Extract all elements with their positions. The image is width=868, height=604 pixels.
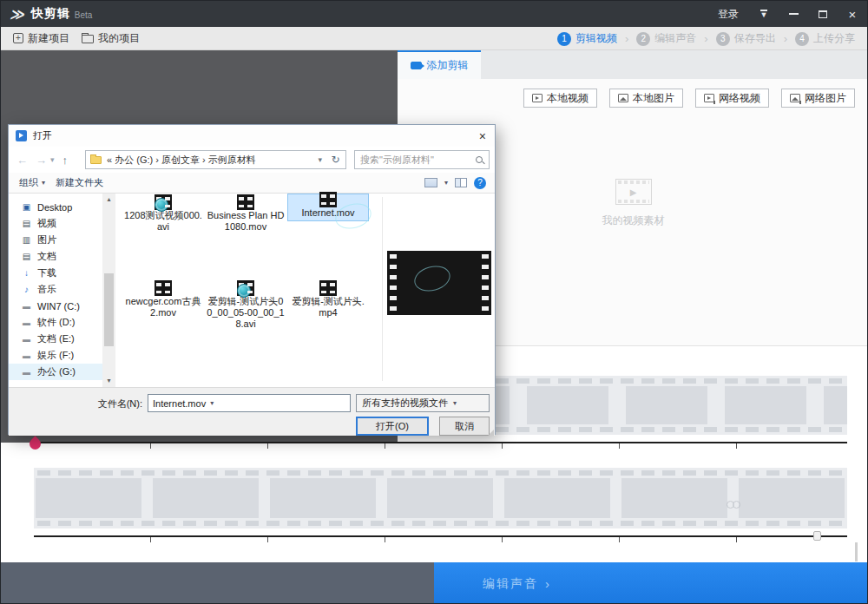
filmstrip-play-icon: ▶ [615, 179, 652, 205]
help-button[interactable]: ? [474, 177, 486, 189]
search-placeholder: 搜索"示例原材料" [360, 154, 434, 167]
sidebar-scrollbar[interactable]: ▴ ▾ [102, 194, 115, 387]
local-video-label: 本地视频 [547, 91, 589, 106]
sidebar-item-drive-d[interactable]: ▬软件 (D:) [9, 314, 102, 331]
minimize-button[interactable] [779, 1, 808, 27]
file-item[interactable]: newcger.com古典2.mov [123, 283, 203, 318]
open-button[interactable]: 打开(O) [356, 417, 429, 436]
file-item[interactable]: 爱剪辑-测试片头.mp4 [288, 283, 368, 318]
step-edit-video[interactable]: 1 剪辑视频 [557, 31, 617, 46]
breadcrumb[interactable]: « 办公 (G:) › 原创文章 › 示例原材料 [107, 154, 256, 167]
tab-add-clips[interactable]: 添加剪辑 [398, 50, 481, 79]
scroll-up-icon[interactable]: ▴ [102, 194, 115, 206]
step-1-label: 剪辑视频 [575, 31, 617, 46]
timeline-track-2[interactable] [34, 468, 847, 528]
download-icon: ↓ [21, 268, 32, 278]
step-edit-audio[interactable]: 2 编辑声音 [636, 31, 696, 46]
scrollbar-thumb[interactable] [104, 273, 114, 346]
beta-badge: Beta [75, 10, 93, 20]
file-thumbnail [155, 280, 172, 296]
step-save-export[interactable]: 3 保存导出 [716, 31, 776, 46]
sidebar-item-drive-f[interactable]: ▬娱乐 (F:) [9, 347, 102, 364]
up-icon[interactable]: ↑ [62, 154, 69, 167]
step-3-label: 保存导出 [734, 31, 776, 46]
sidebar-item-desktop[interactable]: ▣Desktop [9, 199, 102, 215]
views-dropdown-icon[interactable]: ▾ [444, 179, 448, 187]
dialog-title: 打开 [33, 129, 52, 142]
file-item[interactable]: 爱剪辑-测试片头00_00_05-00_00_18.avi [206, 283, 286, 330]
drive-icon: ▬ [21, 335, 32, 344]
back-icon[interactable]: ← [16, 154, 28, 167]
dialog-close-button[interactable]: × [479, 129, 486, 143]
sidebar-item-music[interactable]: ♪音乐 [9, 281, 102, 298]
scroll-down-icon[interactable]: ▾ [102, 375, 115, 387]
new-project-label: 新建项目 [28, 31, 69, 46]
web-video-label: 网络视频 [719, 91, 760, 106]
my-projects-button[interactable]: 我的项目 [82, 31, 140, 46]
file-item[interactable]: Business Plan HD1080.mov [206, 197, 286, 233]
views-button[interactable] [424, 178, 437, 187]
skin-button[interactable]: ▼ [749, 1, 779, 27]
address-bar[interactable]: « 办公 (G:) › 原创文章 › 示例原材料 ▾ [85, 150, 326, 169]
sidebar-item-downloads[interactable]: ↓下载 [9, 265, 102, 281]
chevron-down-icon: ▾ [42, 179, 45, 187]
web-video-button[interactable]: 网络视频 [695, 89, 769, 108]
preview-pane-button[interactable] [455, 178, 467, 187]
ruler-slider-handle[interactable] [813, 531, 821, 541]
film-perforations [37, 521, 844, 526]
new-folder-button[interactable]: 新建文件夹 [56, 176, 103, 189]
organize-button[interactable]: 组织 ▾ [19, 176, 45, 189]
skin-icon: ▼ [760, 10, 768, 18]
local-image-button[interactable]: 本地图片 [609, 89, 683, 108]
sidebar-label: 图片 [37, 233, 56, 246]
media-source-buttons: 本地视频 本地图片 网络视频 网络图片 [523, 89, 855, 108]
filename-input[interactable]: Internet.mov ▾ [148, 394, 351, 412]
minimize-icon [789, 13, 799, 15]
local-image-icon [618, 94, 628, 102]
sidebar-item-pictures[interactable]: ▥图片 [9, 232, 102, 248]
app-logo-icon: ≫ [10, 6, 24, 23]
drive-icon: ▬ [21, 318, 32, 327]
search-input[interactable]: 搜索"示例原材料" [354, 150, 490, 169]
file-item-selected[interactable]: Internet.mov [288, 194, 368, 220]
filetype-select[interactable]: 所有支持的视频文件 ▾ [356, 394, 490, 412]
web-image-button[interactable]: 网络图片 [781, 89, 855, 108]
step-separator: › [704, 32, 707, 45]
login-button[interactable]: 登录 [707, 7, 749, 22]
dialog-footer: 文件名(N): Internet.mov ▾ 所有支持的视频文件 ▾ 打开(O)… [9, 387, 495, 436]
preview-thumbnail [387, 251, 491, 315]
search-icon [476, 156, 483, 163]
sidebar-item-drive-c[interactable]: ▬WIN7 (C:) [9, 298, 102, 314]
videos-icon: ▤ [21, 219, 32, 228]
timeline-scrollbar[interactable] [855, 542, 858, 561]
step-2-label: 编辑声音 [654, 31, 696, 46]
chevron-down-icon[interactable]: ▾ [210, 399, 214, 407]
sidebar-item-videos[interactable]: ▤视频 [9, 215, 102, 232]
sidebar-label: 文档 [37, 250, 56, 263]
local-image-label: 本地图片 [633, 91, 674, 106]
my-projects-label: 我的项目 [98, 31, 140, 46]
documents-icon: ▤ [21, 252, 32, 261]
history-dropdown-icon[interactable]: ▾ [50, 155, 55, 164]
refresh-button[interactable]: ↻ [326, 150, 346, 169]
forward-icon[interactable]: → [36, 154, 47, 167]
edit-audio-next-button[interactable]: 编辑声音 › [434, 562, 867, 604]
sidebar-item-documents[interactable]: ▤文档 [9, 248, 102, 265]
local-video-button[interactable]: 本地视频 [523, 89, 597, 108]
step-upload-share[interactable]: 4 上传分享 [795, 31, 855, 46]
resize-grip[interactable] [488, 430, 494, 436]
timeline-ruler-2[interactable] [34, 535, 847, 542]
bottom-bar-left [1, 562, 434, 604]
new-project-button[interactable]: + 新建项目 [13, 31, 69, 46]
close-button[interactable]: × [838, 1, 867, 27]
dialog-nav-row: ← → ▾ ↑ « 办公 (G:) › 原创文章 › 示例原材料 ▾ ↻ 搜索"… [9, 147, 495, 173]
maximize-button[interactable] [808, 1, 838, 27]
timeline-ruler-1[interactable] [34, 442, 847, 449]
address-dropdown-icon[interactable]: ▾ [318, 155, 322, 164]
sidebar-item-drive-e[interactable]: ▬文档 (E:) [9, 331, 102, 347]
sidebar-label: 视频 [37, 217, 56, 230]
app-titlebar: ≫ 快剪辑 Beta 登录 ▼ × [1, 1, 867, 27]
file-item[interactable]: 1208测试视频000.avi [123, 197, 203, 233]
sidebar-item-drive-g[interactable]: ▬办公 (G:) [9, 364, 102, 380]
cancel-button[interactable]: 取消 [439, 417, 490, 436]
